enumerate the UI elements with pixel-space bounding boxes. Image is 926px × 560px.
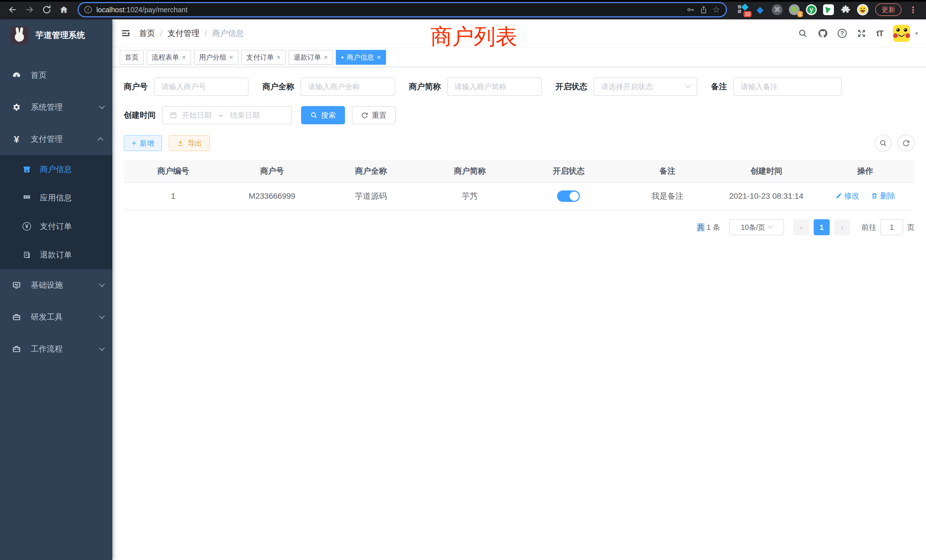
close-icon[interactable]: × bbox=[182, 54, 186, 61]
browser-menu-icon[interactable]: ⋮ bbox=[907, 5, 919, 15]
url-bar[interactable]: i localhost:1024/pay/merchant ☆ bbox=[77, 2, 727, 17]
yen-icon: ¥ bbox=[11, 134, 22, 145]
extension-command-icon[interactable]: ⌘ bbox=[772, 4, 783, 15]
tab-home[interactable]: 首页 bbox=[120, 50, 144, 65]
close-icon[interactable]: × bbox=[324, 54, 328, 61]
search-icon[interactable] bbox=[798, 28, 808, 38]
tab-merchant-info[interactable]: ● 商户信息 × bbox=[336, 50, 386, 65]
edit-link[interactable]: 修改 bbox=[835, 191, 859, 201]
reset-button-label: 重置 bbox=[372, 110, 387, 120]
export-button[interactable]: 导出 bbox=[169, 135, 210, 151]
dashboard-icon bbox=[11, 71, 22, 80]
goto-page-input[interactable] bbox=[881, 219, 903, 235]
grid-icon bbox=[22, 194, 32, 202]
total-count: 1 bbox=[707, 223, 710, 232]
extensions-area: 10 ◆ ⌘ 1 y 更新 ⋮ bbox=[733, 3, 921, 16]
sidebar-item-dev-tools[interactable]: 研发工具 bbox=[0, 301, 112, 333]
sidebar-item-payment[interactable]: ¥ 支付管理 bbox=[0, 123, 112, 155]
tab-user-group[interactable]: 用户分组 × bbox=[194, 50, 238, 65]
next-page-button[interactable]: › bbox=[834, 219, 850, 235]
screen: i localhost:1024/pay/merchant ☆ 10 ◆ ⌘ 1 bbox=[0, 0, 926, 560]
app-title: 芋道管理系统 bbox=[35, 30, 85, 41]
share-icon[interactable] bbox=[699, 5, 708, 14]
date-range-input[interactable]: 开始日期 - 结束日期 bbox=[162, 106, 292, 124]
close-icon[interactable]: × bbox=[229, 54, 233, 61]
close-icon[interactable]: × bbox=[377, 54, 381, 61]
delete-link[interactable]: 删除 bbox=[871, 191, 895, 201]
sidebar-item-infra[interactable]: 基础设施 bbox=[0, 269, 112, 301]
help-icon[interactable]: ? bbox=[838, 29, 847, 38]
sidebar-item-pay-orders[interactable]: ¥ 支付订单 bbox=[0, 212, 112, 241]
filter-row-1: 商户号 商户全称 商户简称 开启状态 bbox=[124, 77, 915, 96]
search-button[interactable]: 搜索 bbox=[301, 106, 345, 124]
back-icon[interactable] bbox=[5, 2, 21, 18]
merchant-no-input[interactable] bbox=[161, 82, 241, 91]
user-avatar[interactable] bbox=[893, 25, 910, 42]
yen-circle-icon: ¥ bbox=[22, 222, 32, 231]
breadcrumb-home[interactable]: 首页 bbox=[139, 28, 155, 39]
sidebar-item-app-info[interactable]: 应用信息 bbox=[0, 184, 112, 212]
prev-page-button[interactable]: ‹ bbox=[793, 219, 809, 235]
github-icon[interactable] bbox=[818, 28, 828, 38]
col-merchant-no: 商户号 bbox=[222, 160, 322, 183]
tab-process-form[interactable]: 流程表单 × bbox=[147, 50, 191, 65]
page-info-icon[interactable]: i bbox=[85, 6, 92, 14]
remark-input[interactable] bbox=[741, 82, 834, 91]
extension-gem-icon[interactable]: ◆ bbox=[754, 4, 766, 15]
tab-label: 退款订单 bbox=[294, 53, 321, 62]
top-navbar: 首页 / 支付管理 / 商户信息 ? bbox=[112, 20, 926, 48]
extension-tampermonkey-icon[interactable]: 10 bbox=[737, 4, 749, 15]
merchant-name-input[interactable] bbox=[308, 82, 388, 91]
home-icon[interactable] bbox=[56, 2, 72, 18]
breadcrumb-payment[interactable]: 支付管理 bbox=[168, 28, 200, 39]
chevron-down-icon bbox=[99, 103, 105, 109]
bookmark-star-icon[interactable]: ☆ bbox=[713, 5, 720, 14]
tab-pay-orders[interactable]: 支付订单 × bbox=[241, 50, 286, 65]
remark-label: 备注 bbox=[711, 81, 727, 92]
cell-merchant-short: 芋艿 bbox=[420, 183, 519, 210]
browser-profile-avatar[interactable] bbox=[857, 4, 869, 15]
app-logo[interactable]: 芋道管理系统 bbox=[0, 20, 112, 51]
chevron-up-icon bbox=[97, 137, 103, 143]
total-unit: 条 bbox=[713, 223, 720, 232]
url-text[interactable]: localhost:1024/pay/merchant bbox=[96, 6, 682, 14]
sidebar-item-refund-orders[interactable]: 退款订单 bbox=[0, 241, 112, 269]
extension-y-icon[interactable]: y bbox=[806, 4, 817, 15]
font-size-icon[interactable]: tT bbox=[876, 29, 883, 38]
browser-update-button[interactable]: 更新 bbox=[875, 3, 902, 16]
status-toggle[interactable] bbox=[557, 191, 580, 202]
refresh-table-button[interactable] bbox=[897, 135, 915, 152]
tab-refund-orders[interactable]: 退款订单 × bbox=[289, 50, 333, 65]
add-button[interactable]: + 新增 bbox=[124, 135, 162, 151]
col-merchant-short: 商户简称 bbox=[420, 160, 519, 183]
page-size-select[interactable]: 10条/页 bbox=[729, 219, 784, 235]
sidebar-item-label: 研发工具 bbox=[31, 312, 63, 322]
status-select[interactable]: 请选择开启状态 bbox=[593, 77, 698, 96]
chevron-down-icon bbox=[99, 345, 105, 351]
merchant-short-input-wrap bbox=[447, 77, 542, 96]
password-key-icon[interactable] bbox=[686, 5, 695, 14]
extensions-puzzle-icon[interactable] bbox=[840, 4, 851, 15]
document-icon bbox=[22, 251, 32, 259]
page-1-button[interactable]: 1 bbox=[814, 219, 830, 235]
toggle-search-button[interactable] bbox=[875, 135, 892, 152]
fullscreen-icon[interactable] bbox=[856, 28, 867, 38]
sidebar-item-label: 退款订单 bbox=[40, 250, 72, 260]
sidebar-item-label: 应用信息 bbox=[40, 192, 72, 203]
extension-green-flag-icon[interactable] bbox=[823, 4, 834, 15]
sidebar-item-system[interactable]: 系统管理 bbox=[0, 91, 112, 123]
reload-icon[interactable] bbox=[39, 2, 55, 18]
sidebar-item-home[interactable]: 首页 bbox=[0, 59, 112, 91]
sidebar-fold-icon[interactable] bbox=[120, 28, 131, 39]
caret-down-icon[interactable]: ▾ bbox=[915, 30, 918, 37]
reset-button[interactable]: 重置 bbox=[352, 106, 396, 124]
extension-proxy-icon[interactable]: 1 bbox=[788, 4, 800, 15]
sidebar-item-merchant-info[interactable]: 商户信息 bbox=[0, 155, 112, 184]
sidebar-item-workflow[interactable]: 工作流程 bbox=[0, 333, 112, 365]
sidebar: 芋道管理系统 首页 系统管理 ¥ 支付管 bbox=[0, 20, 112, 560]
forward-icon[interactable] bbox=[22, 2, 38, 18]
merchant-short-input[interactable] bbox=[454, 82, 534, 91]
search-button-label: 搜索 bbox=[321, 110, 336, 120]
close-icon[interactable]: × bbox=[277, 54, 280, 61]
browser-toolbar: i localhost:1024/pay/merchant ☆ 10 ◆ ⌘ 1 bbox=[0, 0, 926, 20]
